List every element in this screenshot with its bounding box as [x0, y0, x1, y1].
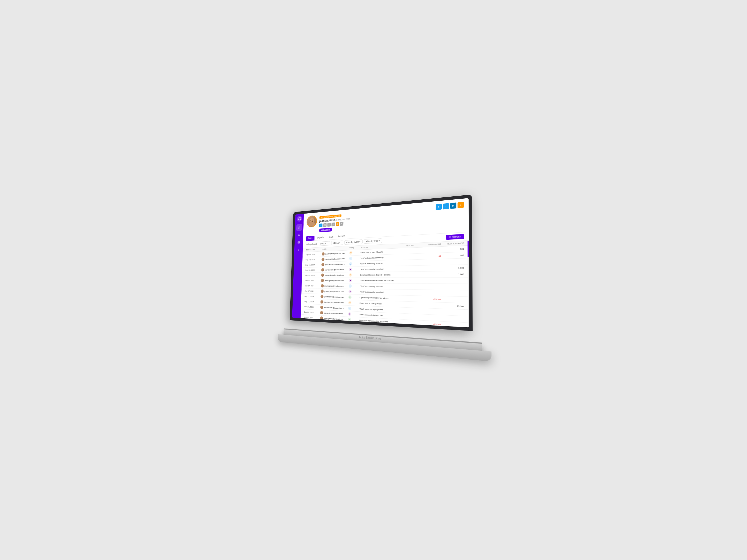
- cell-notes: [406, 256, 422, 257]
- cell-movement: [422, 287, 441, 287]
- cell-timestamp: Sep 18, 2024: [306, 253, 322, 256]
- cell-user: jeanbaptiste@evaboot.com: [322, 251, 349, 256]
- type-icon: ↓: [349, 262, 352, 266]
- cell-timestamp: Sep 18, 2024: [305, 269, 321, 271]
- cell-movement: -15,108: [421, 322, 441, 326]
- user-avatar: [321, 279, 324, 282]
- cell-user: jeanbaptiste@evaboot.com: [321, 284, 349, 288]
- date-from-input[interactable]: [319, 241, 330, 246]
- cell-balance: [441, 287, 464, 287]
- cell-balance: [441, 299, 464, 300]
- cell-user: jeanbaptiste@evaboot.com: [320, 305, 348, 310]
- cell-balance: [441, 324, 464, 326]
- main-content: Premium (Team Starter) jeanbaptiste @eva…: [301, 198, 469, 327]
- date-to-input[interactable]: [331, 240, 343, 245]
- type-icon: ✉: [349, 251, 353, 255]
- col-timestamp: Timestamp: [306, 248, 322, 251]
- tab-team[interactable]: Team: [326, 235, 336, 240]
- cell-type: ↓: [348, 306, 360, 311]
- table-row: Sep 12, 2024 jeanbaptiste@evaboot.com ✉ …: [301, 320, 469, 327]
- logs-table: Timestamp User Type Action Notes Movemen…: [301, 241, 469, 327]
- user-avatar: [320, 322, 323, 325]
- linkedin-button[interactable]: in: [450, 202, 457, 209]
- sidebar-item-linkedin[interactable]: in: [295, 246, 302, 254]
- cell-user: jeanbaptiste@evaboot.com: [321, 273, 349, 277]
- other-button[interactable]: b: [458, 202, 464, 208]
- table-body: Sep 18, 2024 jeanbaptiste@evaboot.com ✉ …: [301, 246, 469, 327]
- laptop: in: [278, 192, 498, 371]
- col-movement: Movement: [422, 243, 441, 246]
- cell-notes: [406, 250, 422, 251]
- cell-type: ▶: [348, 312, 360, 316]
- cell-notes: [406, 311, 422, 311]
- cell-balance: [441, 318, 464, 319]
- cell-type: ▶: [349, 290, 360, 293]
- cell-action: Email sent to user (Export): [361, 250, 406, 254]
- table-row: Sep 17, 2024 jeanbaptiste@evaboot.com ⚙ …: [301, 315, 469, 327]
- cell-user: jeanbaptiste@evaboot.com: [320, 316, 348, 321]
- cell-notes: [406, 298, 421, 299]
- cell-action: Email sent to user (Emails): [359, 325, 406, 327]
- tab-logs[interactable]: Logs: [306, 236, 314, 241]
- cell-balance: [441, 261, 464, 262]
- social-icon-2: ✓: [328, 223, 331, 227]
- cell-user: jeanbaptiste@evaboot.com: [321, 290, 349, 293]
- sidebar-item-profile[interactable]: [296, 232, 302, 238]
- tab-actions[interactable]: Actions: [336, 234, 347, 239]
- filter-type-select[interactable]: Filter by type ▾: [364, 238, 382, 244]
- social-icon-4: 📧: [336, 222, 339, 226]
- cell-action: "Test" successfully launched: [359, 313, 406, 318]
- cell-balance: [441, 312, 464, 313]
- cell-action: "Test" successfully exported: [360, 285, 406, 288]
- user-avatar: [320, 295, 324, 298]
- scrollbar-track: [468, 241, 469, 327]
- user-avatar: [320, 305, 323, 309]
- refresh-button[interactable]: Refresh: [446, 234, 464, 240]
- cell-notes: [406, 292, 421, 293]
- cell-timestamp: Sep 12, 2024: [304, 321, 320, 324]
- cell-timestamp: Sep 17, 2024: [305, 290, 321, 292]
- cell-balance: 15,108: [441, 304, 464, 308]
- cell-balance: 1,000: [441, 267, 464, 269]
- col-user: User: [322, 247, 349, 250]
- cell-type: ✉: [349, 301, 360, 304]
- table-row: Sep 17, 2024 jeanbaptiste@evaboot.com ▶ …: [302, 277, 469, 284]
- tab-exports[interactable]: Exports: [315, 235, 326, 240]
- cell-balance: 983: [441, 254, 464, 257]
- cell-action: Operation performed by an admin.: [360, 296, 406, 299]
- laptop-screen: in: [292, 198, 469, 327]
- type-icon: ✉: [349, 301, 352, 304]
- cell-movement: [422, 250, 441, 250]
- social-icon-3: ♦: [331, 222, 335, 226]
- scrollbar-thumb[interactable]: [468, 241, 469, 257]
- sidebar-item-users[interactable]: [296, 224, 302, 231]
- cell-movement: [422, 268, 441, 268]
- credits-badge: 983 credits: [319, 228, 332, 232]
- profile-actions: T t in b: [436, 202, 464, 210]
- type-icon: ▶: [349, 268, 352, 271]
- cell-type: ↓: [349, 262, 360, 266]
- type-icon: ▶: [348, 312, 351, 316]
- cell-balance: 1,000: [441, 273, 464, 276]
- cell-type: ⚙: [349, 295, 360, 299]
- filter-event-select[interactable]: Filter by event ▾: [344, 239, 363, 245]
- cell-timestamp: Sep 17, 2024: [304, 316, 320, 319]
- type-icon: ⚙: [348, 318, 351, 321]
- cell-timestamp: Sep 17, 2024: [305, 279, 321, 282]
- social-icon-1: ◯: [323, 223, 327, 227]
- cell-balance: 983: [441, 248, 464, 251]
- user-avatar: [321, 263, 325, 266]
- twitter-button[interactable]: T: [436, 204, 442, 210]
- cell-balance: [441, 293, 464, 293]
- cell-user: jeanbaptiste@evaboot.com: [321, 268, 349, 271]
- twitter-button-2[interactable]: t: [443, 203, 449, 210]
- cell-movement: [422, 293, 441, 293]
- type-icon: ✉: [349, 273, 352, 277]
- cell-user: jeanbaptiste@evaboot.com: [320, 300, 349, 304]
- cell-user: jeanbaptiste@evaboot.com: [320, 295, 349, 299]
- svg-point-3: [309, 221, 315, 226]
- sidebar-item-email[interactable]: [296, 239, 302, 246]
- laptop-screen-bezel: in: [290, 194, 472, 331]
- cell-movement: -19: [422, 255, 441, 258]
- cell-type: ↓: [349, 284, 360, 288]
